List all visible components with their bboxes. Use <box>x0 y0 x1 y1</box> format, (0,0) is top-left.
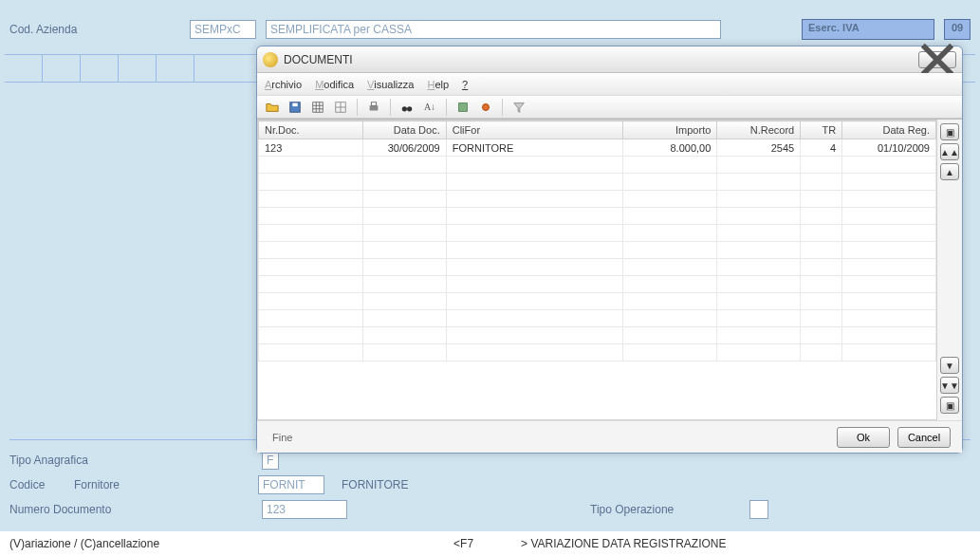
codice-label: Codice <box>9 478 66 491</box>
col-datadoc[interactable]: Data Doc. <box>362 121 446 139</box>
cancel-button[interactable]: Cancel <box>897 427 951 448</box>
codice-field[interactable]: FORNIT <box>258 475 324 494</box>
scroll-page-down-icon[interactable]: ▼▼ <box>940 377 959 394</box>
eserc-iva-label: Eserc. IVA <box>802 19 934 40</box>
print-icon[interactable] <box>364 98 383 117</box>
grid2-icon[interactable] <box>331 98 350 117</box>
menubar: Archivio Modifica Visualizza Help ? <box>257 73 962 96</box>
eserc-iva-value[interactable]: 09 <box>944 19 971 40</box>
col-nrecord[interactable]: N.Record <box>717 121 801 139</box>
scroll-down-icon[interactable]: ▼ <box>940 357 959 374</box>
svg-point-7 <box>407 106 412 111</box>
app-icon <box>263 52 278 67</box>
documenti-dialog: DOCUMENTI Archivio Modifica Visualizza H… <box>256 46 963 454</box>
tipo-operazione-label: Tipo Operazione <box>590 503 742 516</box>
dialog-titlebar[interactable]: DOCUMENTI <box>257 46 962 73</box>
col-nrdoc[interactable]: Nr.Doc. <box>259 121 363 139</box>
toolbar: A↓ <box>257 96 962 119</box>
filter-icon[interactable] <box>509 98 528 117</box>
save-icon[interactable] <box>286 98 305 117</box>
cell-nrecord: 2545 <box>717 139 801 157</box>
data-grid[interactable]: Nr.Doc. Data Doc. CliFor Importo N.Recor… <box>257 120 937 420</box>
cod-azienda-label: Cod. Azienda <box>9 23 180 36</box>
menu-visualizza[interactable]: Visualizza <box>367 79 414 90</box>
grid-icon[interactable] <box>308 98 327 117</box>
background-form: Cod. Azienda SEMPxC SEMPLIFICATA per CAS… <box>0 0 980 556</box>
fornitore-label: Fornitore <box>74 478 250 491</box>
cell-datareg: 01/10/2009 <box>842 139 936 157</box>
cell-importo: 8.000,00 <box>623 139 717 157</box>
scroll-last-icon[interactable]: ▣ <box>940 397 959 414</box>
cell-nrdoc: 123 <box>259 139 363 157</box>
svg-rect-1 <box>292 102 297 106</box>
col-datareg[interactable]: Data Reg. <box>842 121 936 139</box>
status-mid: <F7 <box>453 537 473 550</box>
close-icon <box>919 42 955 78</box>
numero-doc-label: Numero Documento <box>9 503 152 516</box>
menu-question[interactable]: ? <box>462 79 468 90</box>
svg-rect-2 <box>313 102 324 112</box>
svg-rect-4 <box>370 105 379 110</box>
col-tr[interactable]: TR <box>801 121 842 139</box>
cell-tr: 4 <box>801 139 842 157</box>
fornitore-desc: FORNITORE <box>342 478 408 491</box>
tool1-icon[interactable] <box>453 98 472 117</box>
dialog-status: Fine <box>268 432 829 443</box>
numero-doc-field[interactable]: 123 <box>262 500 347 519</box>
status-left: (V)ariazione / (C)ancellazione <box>9 537 159 550</box>
cell-datadoc: 30/06/2009 <box>362 139 446 157</box>
scroll-column: ▣ ▲▲ ▲ ▼ ▼▼ ▣ <box>937 120 962 420</box>
folder-icon[interactable] <box>263 98 282 117</box>
grid-area: Nr.Doc. Data Doc. CliFor Importo N.Recor… <box>257 119 962 420</box>
col-clifor[interactable]: CliFor <box>446 121 623 139</box>
svg-rect-8 <box>459 102 468 111</box>
cell-clifor: FORNITORE <box>446 139 623 157</box>
sort-icon[interactable]: A↓ <box>420 98 439 117</box>
scroll-page-up-icon[interactable]: ▲▲ <box>940 143 959 160</box>
svg-point-6 <box>402 106 407 111</box>
dialog-title: DOCUMENTI <box>284 53 918 66</box>
tool2-icon[interactable] <box>476 98 495 117</box>
tipo-operazione-field[interactable] <box>749 500 768 519</box>
close-button[interactable] <box>918 51 956 68</box>
dialog-footer: Fine Ok Cancel <box>257 420 962 453</box>
table-row[interactable]: 123 30/06/2009 FORNITORE 8.000,00 2545 4… <box>259 139 936 157</box>
menu-help[interactable]: Help <box>427 79 449 90</box>
scroll-up-icon[interactable]: ▲ <box>940 163 959 180</box>
tipo-anagrafica-label: Tipo Anagrafica <box>9 454 152 467</box>
menu-modifica[interactable]: Modifica <box>315 79 354 90</box>
svg-rect-5 <box>371 102 376 105</box>
cod-azienda-desc: SEMPLIFICATA per CASSA <box>266 20 721 39</box>
scroll-first-icon[interactable]: ▣ <box>940 123 959 140</box>
col-importo[interactable]: Importo <box>623 121 717 139</box>
binoculars-icon[interactable] <box>398 98 416 117</box>
svg-point-9 <box>483 103 490 110</box>
cod-azienda-field[interactable]: SEMPxC <box>190 20 256 39</box>
status-bar: (V)ariazione / (C)ancellazione <F7 > VAR… <box>0 531 980 556</box>
tipo-anagrafica-field[interactable]: F <box>262 451 279 470</box>
status-right: > VARIAZIONE DATA REGISTRAZIONE <box>521 537 726 550</box>
ok-button[interactable]: Ok <box>837 427 890 448</box>
menu-archivio[interactable]: Archivio <box>265 79 302 90</box>
